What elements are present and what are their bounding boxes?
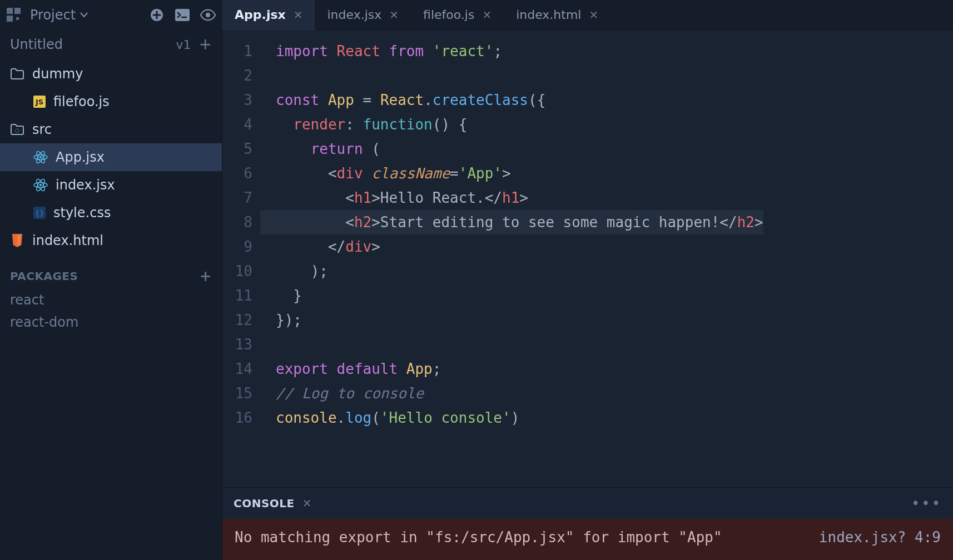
code-content[interactable]: import React from 'react';const App = Re… (260, 30, 763, 487)
new-file-icon[interactable]: + (199, 37, 212, 52)
code-line[interactable]: export default App; (260, 357, 763, 381)
code-line[interactable]: const App = React.createClass({ (260, 88, 763, 112)
tab-label: index.jsx (327, 8, 381, 22)
sidebar: Untitled v1 + dummyJSfilefoo.js⬡srcApp.j… (0, 30, 222, 560)
code-line[interactable]: <h2>Start editing to see some magic happ… (260, 210, 763, 234)
code-line[interactable]: // Log to console (260, 381, 763, 406)
file-tree-item[interactable]: ⬡src (0, 116, 222, 143)
topbar: Project App.jsx✕index.jsx✕filefoo.js✕ind… (0, 0, 953, 30)
project-title[interactable]: Untitled (10, 37, 63, 52)
console-error-location[interactable]: index.jsx? 4:9 (808, 527, 941, 548)
close-icon[interactable]: ✕ (589, 8, 598, 22)
code-line[interactable]: render: function() { (260, 112, 763, 137)
file-tree-item[interactable]: index.jsx (0, 171, 222, 199)
line-number: 1 (222, 39, 252, 63)
project-version[interactable]: v1 (176, 38, 191, 52)
code-line[interactable]: <h1>Hello React.</h1> (260, 186, 763, 210)
code-line[interactable]: </div> (260, 234, 763, 259)
logo-icon[interactable] (7, 8, 21, 22)
package-item[interactable]: react-dom (0, 311, 222, 333)
console-body: No matching export in "fs:/src/App.jsx" … (222, 519, 953, 560)
more-icon[interactable]: ••• (911, 495, 942, 512)
close-icon[interactable]: ✕ (482, 8, 492, 22)
close-icon[interactable]: ✕ (294, 8, 303, 22)
topbar-left: Project (0, 7, 222, 23)
tab-label: index.html (516, 8, 581, 22)
code-line[interactable] (260, 332, 763, 357)
packages-list: reactreact-dom (0, 289, 222, 333)
line-number: 4 (222, 112, 252, 137)
code-line[interactable]: return ( (260, 137, 763, 161)
code-line[interactable]: import React from 'react'; (260, 39, 763, 63)
line-number: 8 (222, 210, 252, 234)
line-number: 16 (222, 406, 252, 430)
file-tree-item[interactable]: App.jsx (0, 143, 222, 171)
react-icon (33, 150, 48, 164)
main: Untitled v1 + dummyJSfilefoo.js⬡srcApp.j… (0, 30, 953, 560)
line-number: 7 (222, 186, 252, 210)
file-tree: dummyJSfilefoo.js⬡srcApp.jsxindex.jsx{}s… (0, 59, 222, 256)
file-tree-item-label: index.jsx (56, 177, 115, 193)
line-number: 2 (222, 63, 252, 88)
tab-label: filefoo.js (423, 8, 474, 22)
project-dropdown[interactable]: Project (30, 7, 88, 23)
line-number: 5 (222, 137, 252, 161)
terminal-icon[interactable] (175, 7, 190, 23)
html-icon (10, 233, 24, 248)
code-line[interactable]: } (260, 283, 763, 308)
react-icon (33, 178, 48, 192)
file-tree-item-label: src (32, 122, 52, 137)
code-editor[interactable]: 12345678910111213141516 import React fro… (222, 30, 953, 487)
file-tree-item[interactable]: index.html (0, 227, 222, 254)
file-tree-item-label: filefoo.js (53, 94, 110, 109)
line-number: 10 (222, 259, 252, 283)
add-icon[interactable] (149, 7, 165, 23)
svg-point-8 (39, 184, 42, 186)
file-tree-item[interactable]: {}style.css (0, 199, 222, 227)
code-line[interactable]: }); (260, 308, 763, 332)
packages-header: PACKAGES + (0, 256, 222, 289)
caret-down-icon (80, 12, 88, 18)
code-line[interactable] (260, 63, 763, 88)
svg-point-2 (206, 12, 210, 17)
close-icon[interactable]: ✕ (302, 497, 312, 510)
tab-filefoo-js[interactable]: filefoo.js✕ (411, 0, 504, 30)
file-tree-item[interactable]: JSfilefoo.js (0, 88, 222, 116)
line-number: 9 (222, 234, 252, 259)
file-tree-item-label: App.jsx (56, 149, 105, 165)
editor-pane: 12345678910111213141516 import React fro… (222, 30, 953, 560)
project-label: Project (30, 7, 76, 23)
topbar-actions (149, 7, 216, 23)
sidebar-header: Untitled v1 + (0, 30, 222, 59)
js-icon: JS (33, 96, 46, 108)
svg-point-4 (39, 156, 42, 158)
line-number: 3 (222, 88, 252, 112)
code-line[interactable]: <div className='App'> (260, 161, 763, 186)
folder-src-icon: ⬡ (10, 122, 24, 137)
folder-icon (10, 67, 24, 81)
console-tab[interactable]: CONSOLE ✕ (234, 497, 312, 510)
tab-index-jsx[interactable]: index.jsx✕ (315, 0, 411, 30)
line-number-gutter: 12345678910111213141516 (222, 30, 260, 487)
code-line[interactable]: ); (260, 259, 763, 283)
console-tabbar: CONSOLE ✕ ••• (222, 488, 953, 519)
code-line[interactable]: console.log('Hello console') (260, 406, 763, 430)
package-item[interactable]: react (0, 289, 222, 311)
tab-App-jsx[interactable]: App.jsx✕ (222, 0, 315, 30)
preview-icon[interactable] (200, 7, 216, 23)
line-number: 15 (222, 381, 252, 406)
svg-text:⬡: ⬡ (15, 128, 19, 133)
line-number: 14 (222, 357, 252, 381)
console-panel: CONSOLE ✕ ••• No matching export in "fs:… (222, 487, 953, 560)
console-error-message: No matching export in "fs:/src/App.jsx" … (235, 527, 808, 548)
tab-index-html[interactable]: index.html✕ (504, 0, 610, 30)
line-number: 11 (222, 283, 252, 308)
close-icon[interactable]: ✕ (389, 8, 399, 22)
css-icon: {} (33, 207, 46, 219)
file-tree-item[interactable]: dummy (0, 60, 222, 88)
file-tree-item-label: index.html (32, 233, 103, 248)
svg-rect-1 (175, 9, 190, 21)
tab-label: App.jsx (235, 8, 286, 22)
add-package-icon[interactable]: + (200, 268, 212, 284)
editor-tabs: App.jsx✕index.jsx✕filefoo.js✕index.html✕ (222, 0, 610, 30)
